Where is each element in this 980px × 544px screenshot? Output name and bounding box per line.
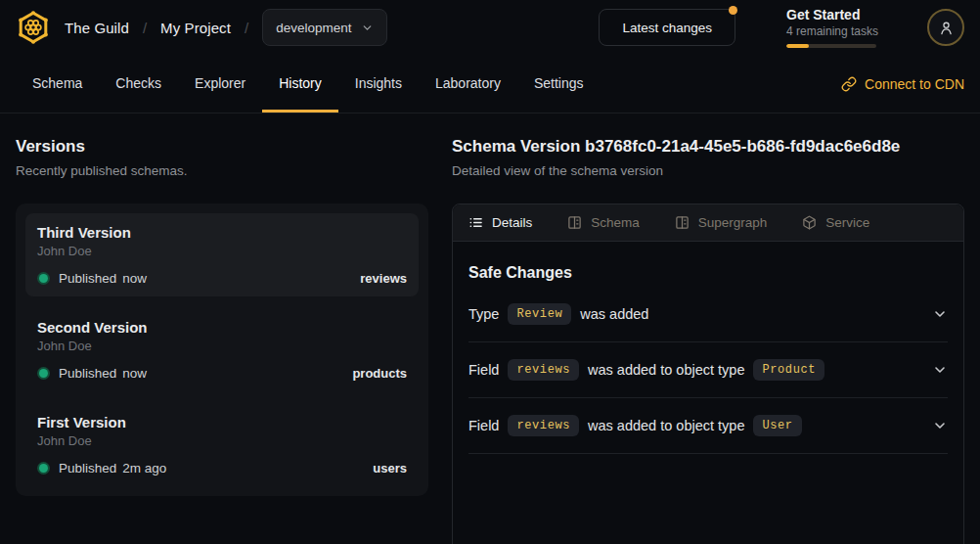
version-author: John Doe xyxy=(37,339,407,354)
published-time: 2m ago xyxy=(122,461,166,476)
environment-dropdown-label: development xyxy=(276,21,351,35)
versions-subtitle: Recently published schemas. xyxy=(16,163,428,178)
chevron-down-icon[interactable] xyxy=(932,306,948,322)
version-name: Second Version xyxy=(37,319,407,337)
get-started-widget[interactable]: Get Started 4 remaining tasks xyxy=(786,7,876,48)
change-row-field-product[interactable]: Field reviews was added to object type P… xyxy=(468,342,948,398)
change-row-type-review[interactable]: Type Review was added xyxy=(468,287,948,342)
change-prefix: Field xyxy=(468,362,499,378)
versions-title: Versions xyxy=(16,137,428,157)
box-icon xyxy=(802,215,817,230)
tab-checks[interactable]: Checks xyxy=(99,55,178,113)
change-prefix: Field xyxy=(468,418,499,433)
change-row-field-user[interactable]: Field reviews was added to object type U… xyxy=(468,398,948,454)
change-badge: Review xyxy=(508,303,571,325)
breadcrumb-separator: / xyxy=(143,20,147,36)
breadcrumb: The Guild / My Project / development xyxy=(65,9,387,46)
chevron-down-icon[interactable] xyxy=(932,362,948,378)
chevron-down-icon[interactable] xyxy=(932,418,948,433)
latest-changes-label: Latest changes xyxy=(622,21,712,35)
change-type-badge: User xyxy=(753,415,801,436)
get-started-progressbar xyxy=(786,44,876,48)
version-item-first[interactable]: First Version John Doe Published 2m ago … xyxy=(25,403,419,486)
user-avatar[interactable] xyxy=(927,9,964,46)
service-name: users xyxy=(373,461,407,476)
published-label: Published xyxy=(59,271,116,286)
change-badge: reviews xyxy=(508,415,579,436)
tab-insights[interactable]: Insights xyxy=(338,55,419,113)
version-name: First Version xyxy=(37,414,407,431)
change-prefix: Type xyxy=(468,306,499,322)
service-name: products xyxy=(352,366,407,381)
detail-tab-schema[interactable]: Schema xyxy=(567,215,640,230)
detail-tab-label: Details xyxy=(492,215,532,230)
detail-tab-supergraph[interactable]: Supergraph xyxy=(675,215,768,230)
change-text: was added to object type xyxy=(588,362,744,378)
detail-content: Safe Changes Type Review was added Field… xyxy=(453,264,963,454)
published-label: Published xyxy=(59,366,116,381)
tab-history[interactable]: History xyxy=(262,55,338,113)
hive-logo-icon[interactable] xyxy=(16,10,51,45)
notification-dot xyxy=(729,6,737,15)
version-item-third[interactable]: Third Version John Doe Published now rev… xyxy=(25,213,419,296)
published-dot xyxy=(39,369,48,378)
get-started-title: Get Started xyxy=(786,7,876,23)
tab-explorer[interactable]: Explorer xyxy=(178,55,262,113)
detail-tab-service[interactable]: Service xyxy=(802,215,869,230)
breadcrumb-project[interactable]: My Project xyxy=(160,20,231,36)
breadcrumb-separator: / xyxy=(245,20,248,36)
schema-version-panel: Schema Version b3768fc0-21a4-45e5-b686-f… xyxy=(452,137,964,544)
change-badge: reviews xyxy=(508,359,579,381)
versions-list: Third Version John Doe Published now rev… xyxy=(16,204,428,496)
nav-tabs: Schema Checks Explorer History Insights … xyxy=(16,55,601,113)
columns-icon xyxy=(567,215,582,230)
change-text: was added to object type xyxy=(588,418,744,433)
version-item-second[interactable]: Second Version John Doe Published now pr… xyxy=(25,308,419,391)
version-author: John Doe xyxy=(37,244,407,259)
published-dot xyxy=(39,464,48,473)
main-nav: Schema Checks Explorer History Insights … xyxy=(0,55,980,113)
link-icon xyxy=(841,76,857,92)
connect-to-cdn-link[interactable]: Connect to CDN xyxy=(841,76,964,92)
version-name: Third Version xyxy=(37,224,407,242)
main-content: Versions Recently published schemas. Thi… xyxy=(0,113,980,544)
tab-laboratory[interactable]: Laboratory xyxy=(419,55,517,113)
get-started-subtitle: 4 remaining tasks xyxy=(786,24,876,38)
published-time: now xyxy=(122,271,147,286)
schema-version-detail-box: Details Schema Supergraph xyxy=(452,204,964,544)
app-header: The Guild / My Project / development Lat… xyxy=(0,0,980,55)
detail-tab-label: Service xyxy=(825,215,869,230)
chevron-down-icon xyxy=(361,22,374,34)
latest-changes-button[interactable]: Latest changes xyxy=(599,9,735,46)
change-type-badge: Product xyxy=(753,359,824,381)
detail-tab-label: Supergraph xyxy=(698,215,768,230)
tab-settings[interactable]: Settings xyxy=(517,55,601,113)
safe-changes-title: Safe Changes xyxy=(468,264,948,282)
version-author: John Doe xyxy=(37,433,407,449)
user-icon xyxy=(938,20,955,36)
detail-tab-label: Schema xyxy=(591,215,640,230)
breadcrumb-org[interactable]: The Guild xyxy=(65,20,129,36)
detail-tabs: Details Schema Supergraph xyxy=(453,204,963,242)
published-label: Published xyxy=(59,461,116,476)
connect-to-cdn-label: Connect to CDN xyxy=(865,76,964,92)
service-name: reviews xyxy=(360,271,407,286)
environment-dropdown[interactable]: development xyxy=(262,9,387,46)
detail-tab-details[interactable]: Details xyxy=(468,215,532,230)
list-icon xyxy=(468,215,483,230)
published-dot xyxy=(39,274,48,283)
columns-icon xyxy=(675,215,690,230)
progress-fill xyxy=(786,44,809,48)
tab-schema[interactable]: Schema xyxy=(16,55,99,113)
schema-version-subtitle: Detailed view of the schema version xyxy=(452,163,964,178)
versions-panel: Versions Recently published schemas. Thi… xyxy=(16,137,428,544)
published-time: now xyxy=(122,366,147,381)
change-text: was added xyxy=(580,306,648,322)
schema-version-title: Schema Version b3768fc0-21a4-45e5-b686-f… xyxy=(452,137,964,157)
